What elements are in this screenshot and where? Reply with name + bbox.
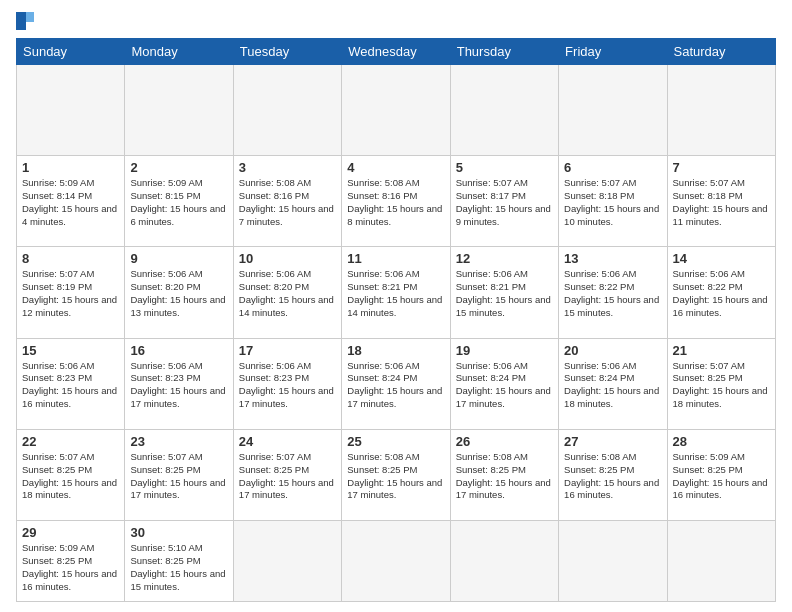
day-number: 26 — [456, 434, 553, 449]
day-number: 30 — [130, 525, 227, 540]
calendar-day-cell: 28Sunrise: 5:09 AMSunset: 8:25 PMDayligh… — [667, 429, 775, 520]
day-info: Sunrise: 5:06 AMSunset: 8:23 PMDaylight:… — [239, 360, 336, 411]
calendar-day-cell: 14Sunrise: 5:06 AMSunset: 8:22 PMDayligh… — [667, 247, 775, 338]
day-number: 9 — [130, 251, 227, 266]
day-number: 8 — [22, 251, 119, 266]
calendar-day-cell: 17Sunrise: 5:06 AMSunset: 8:23 PMDayligh… — [233, 338, 341, 429]
day-info: Sunrise: 5:07 AMSunset: 8:17 PMDaylight:… — [456, 177, 553, 228]
calendar-day-cell: 27Sunrise: 5:08 AMSunset: 8:25 PMDayligh… — [559, 429, 667, 520]
page: SundayMondayTuesdayWednesdayThursdayFrid… — [0, 0, 792, 612]
day-number: 17 — [239, 343, 336, 358]
day-header-monday: Monday — [125, 39, 233, 65]
calendar-day-cell — [342, 521, 450, 602]
calendar-day-cell: 12Sunrise: 5:06 AMSunset: 8:21 PMDayligh… — [450, 247, 558, 338]
day-info: Sunrise: 5:07 AMSunset: 8:25 PMDaylight:… — [239, 451, 336, 502]
day-info: Sunrise: 5:06 AMSunset: 8:23 PMDaylight:… — [130, 360, 227, 411]
calendar-day-cell — [559, 65, 667, 156]
calendar-day-cell: 24Sunrise: 5:07 AMSunset: 8:25 PMDayligh… — [233, 429, 341, 520]
day-info: Sunrise: 5:07 AMSunset: 8:25 PMDaylight:… — [22, 451, 119, 502]
calendar-day-cell: 30Sunrise: 5:10 AMSunset: 8:25 PMDayligh… — [125, 521, 233, 602]
day-number: 1 — [22, 160, 119, 175]
day-number: 24 — [239, 434, 336, 449]
day-info: Sunrise: 5:09 AMSunset: 8:25 PMDaylight:… — [22, 542, 119, 593]
day-number: 18 — [347, 343, 444, 358]
calendar-week-row: 8Sunrise: 5:07 AMSunset: 8:19 PMDaylight… — [17, 247, 776, 338]
day-number: 5 — [456, 160, 553, 175]
calendar-day-cell: 29Sunrise: 5:09 AMSunset: 8:25 PMDayligh… — [17, 521, 125, 602]
calendar-day-cell: 20Sunrise: 5:06 AMSunset: 8:24 PMDayligh… — [559, 338, 667, 429]
calendar-day-cell — [125, 65, 233, 156]
day-header-saturday: Saturday — [667, 39, 775, 65]
calendar-day-cell: 4Sunrise: 5:08 AMSunset: 8:16 PMDaylight… — [342, 156, 450, 247]
day-info: Sunrise: 5:06 AMSunset: 8:21 PMDaylight:… — [347, 268, 444, 319]
day-info: Sunrise: 5:08 AMSunset: 8:25 PMDaylight:… — [347, 451, 444, 502]
day-number: 20 — [564, 343, 661, 358]
calendar-day-cell: 26Sunrise: 5:08 AMSunset: 8:25 PMDayligh… — [450, 429, 558, 520]
day-number: 7 — [673, 160, 770, 175]
day-header-wednesday: Wednesday — [342, 39, 450, 65]
day-info: Sunrise: 5:08 AMSunset: 8:16 PMDaylight:… — [239, 177, 336, 228]
day-header-tuesday: Tuesday — [233, 39, 341, 65]
calendar-day-cell: 22Sunrise: 5:07 AMSunset: 8:25 PMDayligh… — [17, 429, 125, 520]
calendar-header-row: SundayMondayTuesdayWednesdayThursdayFrid… — [17, 39, 776, 65]
calendar-day-cell: 2Sunrise: 5:09 AMSunset: 8:15 PMDaylight… — [125, 156, 233, 247]
calendar-week-row: 29Sunrise: 5:09 AMSunset: 8:25 PMDayligh… — [17, 521, 776, 602]
day-number: 13 — [564, 251, 661, 266]
calendar-day-cell — [559, 521, 667, 602]
day-number: 11 — [347, 251, 444, 266]
day-info: Sunrise: 5:07 AMSunset: 8:25 PMDaylight:… — [130, 451, 227, 502]
day-info: Sunrise: 5:06 AMSunset: 8:20 PMDaylight:… — [130, 268, 227, 319]
calendar-day-cell — [233, 521, 341, 602]
day-number: 23 — [130, 434, 227, 449]
day-info: Sunrise: 5:06 AMSunset: 8:24 PMDaylight:… — [564, 360, 661, 411]
day-header-sunday: Sunday — [17, 39, 125, 65]
calendar-day-cell: 11Sunrise: 5:06 AMSunset: 8:21 PMDayligh… — [342, 247, 450, 338]
day-header-friday: Friday — [559, 39, 667, 65]
logo — [16, 12, 34, 30]
calendar-day-cell — [450, 65, 558, 156]
calendar-week-row: 22Sunrise: 5:07 AMSunset: 8:25 PMDayligh… — [17, 429, 776, 520]
day-info: Sunrise: 5:07 AMSunset: 8:25 PMDaylight:… — [673, 360, 770, 411]
day-number: 22 — [22, 434, 119, 449]
calendar-day-cell: 23Sunrise: 5:07 AMSunset: 8:25 PMDayligh… — [125, 429, 233, 520]
day-info: Sunrise: 5:10 AMSunset: 8:25 PMDaylight:… — [130, 542, 227, 593]
day-number: 15 — [22, 343, 119, 358]
day-info: Sunrise: 5:06 AMSunset: 8:24 PMDaylight:… — [347, 360, 444, 411]
day-number: 3 — [239, 160, 336, 175]
day-info: Sunrise: 5:08 AMSunset: 8:25 PMDaylight:… — [456, 451, 553, 502]
day-number: 25 — [347, 434, 444, 449]
day-info: Sunrise: 5:09 AMSunset: 8:25 PMDaylight:… — [673, 451, 770, 502]
calendar-day-cell: 5Sunrise: 5:07 AMSunset: 8:17 PMDaylight… — [450, 156, 558, 247]
calendar-day-cell — [450, 521, 558, 602]
day-info: Sunrise: 5:08 AMSunset: 8:25 PMDaylight:… — [564, 451, 661, 502]
calendar-day-cell: 7Sunrise: 5:07 AMSunset: 8:18 PMDaylight… — [667, 156, 775, 247]
calendar-day-cell: 10Sunrise: 5:06 AMSunset: 8:20 PMDayligh… — [233, 247, 341, 338]
day-number: 14 — [673, 251, 770, 266]
calendar-day-cell: 21Sunrise: 5:07 AMSunset: 8:25 PMDayligh… — [667, 338, 775, 429]
calendar-day-cell — [667, 65, 775, 156]
calendar-day-cell: 13Sunrise: 5:06 AMSunset: 8:22 PMDayligh… — [559, 247, 667, 338]
day-number: 4 — [347, 160, 444, 175]
calendar-day-cell: 19Sunrise: 5:06 AMSunset: 8:24 PMDayligh… — [450, 338, 558, 429]
calendar-day-cell: 15Sunrise: 5:06 AMSunset: 8:23 PMDayligh… — [17, 338, 125, 429]
calendar-day-cell: 6Sunrise: 5:07 AMSunset: 8:18 PMDaylight… — [559, 156, 667, 247]
day-number: 29 — [22, 525, 119, 540]
calendar: SundayMondayTuesdayWednesdayThursdayFrid… — [16, 38, 776, 602]
day-info: Sunrise: 5:06 AMSunset: 8:21 PMDaylight:… — [456, 268, 553, 319]
day-info: Sunrise: 5:06 AMSunset: 8:20 PMDaylight:… — [239, 268, 336, 319]
calendar-week-row: 1Sunrise: 5:09 AMSunset: 8:14 PMDaylight… — [17, 156, 776, 247]
day-info: Sunrise: 5:09 AMSunset: 8:15 PMDaylight:… — [130, 177, 227, 228]
day-number: 16 — [130, 343, 227, 358]
day-info: Sunrise: 5:07 AMSunset: 8:18 PMDaylight:… — [673, 177, 770, 228]
day-number: 28 — [673, 434, 770, 449]
day-info: Sunrise: 5:08 AMSunset: 8:16 PMDaylight:… — [347, 177, 444, 228]
calendar-day-cell: 16Sunrise: 5:06 AMSunset: 8:23 PMDayligh… — [125, 338, 233, 429]
header — [16, 12, 776, 30]
day-number: 2 — [130, 160, 227, 175]
day-info: Sunrise: 5:07 AMSunset: 8:18 PMDaylight:… — [564, 177, 661, 228]
day-info: Sunrise: 5:09 AMSunset: 8:14 PMDaylight:… — [22, 177, 119, 228]
day-header-thursday: Thursday — [450, 39, 558, 65]
calendar-day-cell: 3Sunrise: 5:08 AMSunset: 8:16 PMDaylight… — [233, 156, 341, 247]
day-number: 27 — [564, 434, 661, 449]
calendar-day-cell: 25Sunrise: 5:08 AMSunset: 8:25 PMDayligh… — [342, 429, 450, 520]
